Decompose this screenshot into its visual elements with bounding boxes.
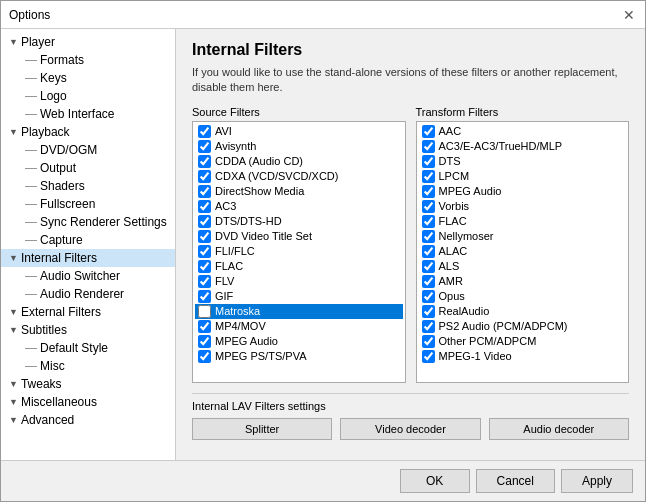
source-filter-item[interactable]: DVD Video Title Set	[195, 229, 403, 244]
source-filter-item[interactable]: AC3	[195, 199, 403, 214]
source-filter-checkbox[interactable]	[198, 170, 211, 183]
sidebar-item-output[interactable]: —Output	[1, 159, 175, 177]
apply-button[interactable]: Apply	[561, 469, 633, 493]
transform-filter-item[interactable]: AMR	[419, 274, 627, 289]
transform-filter-checkbox[interactable]	[422, 125, 435, 138]
expand-icon: ▼	[9, 253, 18, 263]
close-button[interactable]: ✕	[621, 7, 637, 23]
source-filter-checkbox[interactable]	[198, 155, 211, 168]
sidebar-item-logo[interactable]: —Logo	[1, 87, 175, 105]
sidebar-item-external-filters[interactable]: ▼External Filters	[1, 303, 175, 321]
sidebar-item-advanced[interactable]: ▼Advanced	[1, 411, 175, 429]
source-filter-item[interactable]: MP4/MOV	[195, 319, 403, 334]
transform-filter-checkbox[interactable]	[422, 170, 435, 183]
sidebar-item-miscellaneous[interactable]: ▼Miscellaneous	[1, 393, 175, 411]
source-filter-item[interactable]: Avisynth	[195, 139, 403, 154]
transform-filter-item[interactable]: DTS	[419, 154, 627, 169]
transform-filter-item[interactable]: MPEG Audio	[419, 184, 627, 199]
sidebar-item-web-interface[interactable]: —Web Interface	[1, 105, 175, 123]
source-filter-checkbox[interactable]	[198, 125, 211, 138]
source-filter-item[interactable]: DirectShow Media	[195, 184, 403, 199]
sidebar-item-subtitles[interactable]: ▼Subtitles	[1, 321, 175, 339]
sidebar-item-shaders[interactable]: —Shaders	[1, 177, 175, 195]
transform-filter-item[interactable]: PS2 Audio (PCM/ADPCM)	[419, 319, 627, 334]
transform-filter-checkbox[interactable]	[422, 215, 435, 228]
transform-filter-checkbox[interactable]	[422, 230, 435, 243]
sidebar-item-player[interactable]: ▼Player	[1, 33, 175, 51]
transform-filter-item[interactable]: ALS	[419, 259, 627, 274]
source-filter-item[interactable]: GIF	[195, 289, 403, 304]
source-filters-list[interactable]: AVIAvisynthCDDA (Audio CD)CDXA (VCD/SVCD…	[192, 121, 406, 383]
lav-audio-decoder-button[interactable]: Audio decoder	[489, 418, 629, 440]
transform-filter-checkbox[interactable]	[422, 275, 435, 288]
sidebar-item-fullscreen[interactable]: —Fullscreen	[1, 195, 175, 213]
source-filter-item[interactable]: CDXA (VCD/SVCD/XCD)	[195, 169, 403, 184]
source-filter-checkbox[interactable]	[198, 215, 211, 228]
sidebar-item-capture[interactable]: —Capture	[1, 231, 175, 249]
source-filter-checkbox[interactable]	[198, 350, 211, 363]
sidebar-item-misc-sub[interactable]: —Misc	[1, 357, 175, 375]
source-filter-item[interactable]: MPEG PS/TS/PVA	[195, 349, 403, 364]
sidebar-item-default-style[interactable]: —Default Style	[1, 339, 175, 357]
transform-filter-item[interactable]: AAC	[419, 124, 627, 139]
source-filter-item[interactable]: Matroska	[195, 304, 403, 319]
sidebar-item-audio-renderer[interactable]: —Audio Renderer	[1, 285, 175, 303]
source-filter-checkbox[interactable]	[198, 275, 211, 288]
transform-filter-label: AAC	[439, 125, 462, 137]
dash-icon: —	[25, 359, 37, 373]
source-filter-checkbox[interactable]	[198, 305, 211, 318]
source-filter-checkbox[interactable]	[198, 200, 211, 213]
ok-button[interactable]: OK	[400, 469, 470, 493]
transform-filter-checkbox[interactable]	[422, 155, 435, 168]
transform-filter-item[interactable]: MPEG-1 Video	[419, 349, 627, 364]
source-filter-checkbox[interactable]	[198, 260, 211, 273]
cancel-button[interactable]: Cancel	[476, 469, 555, 493]
source-filter-item[interactable]: CDDA (Audio CD)	[195, 154, 403, 169]
transform-filter-item[interactable]: Opus	[419, 289, 627, 304]
transform-filter-checkbox[interactable]	[422, 200, 435, 213]
transform-filter-checkbox[interactable]	[422, 140, 435, 153]
sidebar-item-audio-switcher[interactable]: —Audio Switcher	[1, 267, 175, 285]
transform-filter-checkbox[interactable]	[422, 350, 435, 363]
transform-filter-checkbox[interactable]	[422, 245, 435, 258]
source-filter-item[interactable]: FLI/FLC	[195, 244, 403, 259]
source-filter-checkbox[interactable]	[198, 230, 211, 243]
sidebar-item-sync-renderer[interactable]: —Sync Renderer Settings	[1, 213, 175, 231]
transform-filter-item[interactable]: FLAC	[419, 214, 627, 229]
source-filter-checkbox[interactable]	[198, 185, 211, 198]
transform-filter-item[interactable]: LPCM	[419, 169, 627, 184]
transform-filter-item[interactable]: Other PCM/ADPCM	[419, 334, 627, 349]
transform-filter-item[interactable]: AC3/E-AC3/TrueHD/MLP	[419, 139, 627, 154]
source-filter-checkbox[interactable]	[198, 245, 211, 258]
source-filter-checkbox[interactable]	[198, 140, 211, 153]
sidebar-item-dvd-ogm[interactable]: —DVD/OGM	[1, 141, 175, 159]
sidebar-item-internal-filters[interactable]: ▼Internal Filters	[1, 249, 175, 267]
transform-filter-checkbox[interactable]	[422, 335, 435, 348]
transform-filter-item[interactable]: ALAC	[419, 244, 627, 259]
transform-filter-checkbox[interactable]	[422, 260, 435, 273]
transform-filter-item[interactable]: Nellymoser	[419, 229, 627, 244]
transform-filter-item[interactable]: Vorbis	[419, 199, 627, 214]
transform-filters-list[interactable]: AACAC3/E-AC3/TrueHD/MLPDTSLPCMMPEG Audio…	[416, 121, 630, 383]
lav-splitter-button[interactable]: Splitter	[192, 418, 332, 440]
source-filter-item[interactable]: AVI	[195, 124, 403, 139]
transform-filter-label: LPCM	[439, 170, 470, 182]
sidebar-item-playback[interactable]: ▼Playback	[1, 123, 175, 141]
lav-video-decoder-button[interactable]: Video decoder	[340, 418, 480, 440]
transform-filter-checkbox[interactable]	[422, 305, 435, 318]
source-filter-item[interactable]: MPEG Audio	[195, 334, 403, 349]
transform-filter-item[interactable]: RealAudio	[419, 304, 627, 319]
sidebar-item-formats[interactable]: —Formats	[1, 51, 175, 69]
source-filter-item[interactable]: FLV	[195, 274, 403, 289]
sidebar-item-tweaks[interactable]: ▼Tweaks	[1, 375, 175, 393]
transform-filter-checkbox[interactable]	[422, 185, 435, 198]
source-filter-item[interactable]: FLAC	[195, 259, 403, 274]
transform-filter-label: FLAC	[439, 215, 467, 227]
source-filter-checkbox[interactable]	[198, 320, 211, 333]
transform-filter-checkbox[interactable]	[422, 320, 435, 333]
source-filter-checkbox[interactable]	[198, 335, 211, 348]
sidebar-item-keys[interactable]: —Keys	[1, 69, 175, 87]
source-filter-checkbox[interactable]	[198, 290, 211, 303]
source-filter-item[interactable]: DTS/DTS-HD	[195, 214, 403, 229]
transform-filter-checkbox[interactable]	[422, 290, 435, 303]
